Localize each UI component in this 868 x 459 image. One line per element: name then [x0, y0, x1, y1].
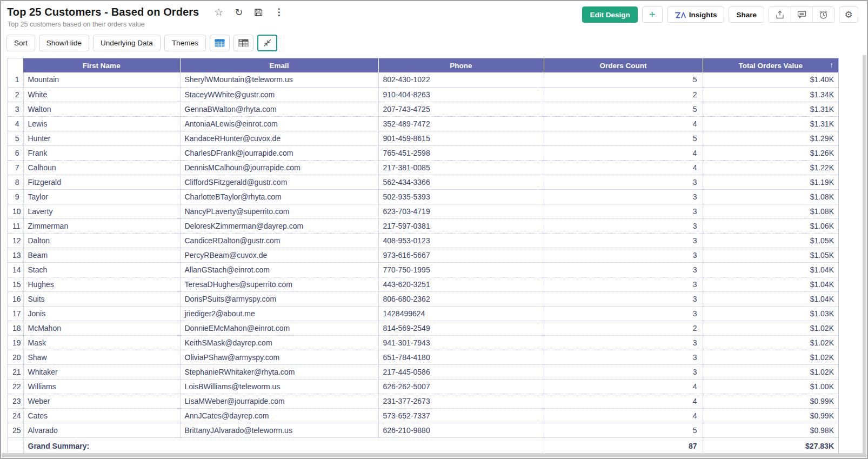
- sort-ascending-icon[interactable]: ↑: [830, 61, 833, 69]
- cell-first-name[interactable]: Fitzgerald: [23, 175, 180, 189]
- cell-orders-count[interactable]: 5: [544, 102, 703, 116]
- cell-first-name[interactable]: Weber: [23, 394, 180, 408]
- cell-email[interactable]: AntoniaALewis@einrot.com: [180, 116, 378, 131]
- cell-phone[interactable]: 443-620-3251: [378, 277, 544, 291]
- cell-orders-count[interactable]: 4: [544, 116, 703, 131]
- column-header-email[interactable]: Email: [180, 58, 378, 72]
- cell-first-name[interactable]: Hughes: [23, 277, 180, 291]
- cell-total-orders-value[interactable]: $1.05K: [703, 248, 838, 262]
- cell-first-name[interactable]: Lewis: [23, 116, 180, 131]
- cell-first-name[interactable]: Williams: [23, 379, 180, 394]
- cell-first-name[interactable]: Mask: [23, 335, 180, 350]
- cell-first-name[interactable]: Dalton: [23, 233, 180, 248]
- cell-email[interactable]: GennaBWalton@rhyta.com: [180, 102, 378, 116]
- cell-phone[interactable]: 1428499624: [378, 306, 544, 321]
- cell-total-orders-value[interactable]: $1.03K: [703, 306, 838, 321]
- cell-phone[interactable]: 626-262-5007: [378, 379, 544, 394]
- cell-total-orders-value[interactable]: $1.31K: [703, 116, 838, 131]
- cell-total-orders-value[interactable]: $1.04K: [703, 291, 838, 306]
- cell-first-name[interactable]: Shaw: [23, 350, 180, 364]
- cell-orders-count[interactable]: 3: [544, 277, 703, 291]
- cell-orders-count[interactable]: 3: [544, 175, 703, 189]
- cell-phone[interactable]: 217-445-0586: [378, 364, 544, 379]
- cell-first-name[interactable]: Cates: [23, 408, 180, 423]
- kebab-menu-icon[interactable]: ⋮: [274, 8, 283, 17]
- cell-first-name[interactable]: Laverty: [23, 204, 180, 218]
- cell-first-name[interactable]: Walton: [23, 102, 180, 116]
- cell-email[interactable]: CliffordSFitzgerald@gustr.com: [180, 175, 378, 189]
- sort-button[interactable]: Sort: [6, 35, 35, 51]
- save-icon[interactable]: [254, 8, 263, 17]
- comment-icon[interactable]: [791, 7, 812, 22]
- column-header-phone[interactable]: Phone: [378, 58, 544, 72]
- cell-email[interactable]: SherylWMountain@teleworm.us: [180, 72, 378, 87]
- cell-phone[interactable]: 910-404-8263: [378, 87, 544, 102]
- cell-orders-count[interactable]: 4: [544, 394, 703, 408]
- cell-total-orders-value[interactable]: $0.98K: [703, 423, 838, 437]
- cell-phone[interactable]: 973-616-5667: [378, 248, 544, 262]
- edit-design-button[interactable]: Edit Design: [582, 6, 637, 23]
- cell-phone[interactable]: 352-489-7472: [378, 116, 544, 131]
- cell-email[interactable]: jriediger2@about.me: [180, 306, 378, 321]
- cell-email[interactable]: KandaceRHunter@cuvox.de: [180, 131, 378, 145]
- cell-phone[interactable]: 806-680-2362: [378, 291, 544, 306]
- cell-email[interactable]: TeresaDHughes@superrito.com: [180, 277, 378, 291]
- export-icon[interactable]: [769, 7, 791, 22]
- cell-total-orders-value[interactable]: $1.02K: [703, 350, 838, 364]
- underlying-data-button[interactable]: Underlying Data: [93, 35, 161, 51]
- cell-first-name[interactable]: Jonis: [23, 306, 180, 321]
- cell-first-name[interactable]: Hunter: [23, 131, 180, 145]
- cell-total-orders-value[interactable]: $1.00K: [703, 379, 838, 394]
- cell-total-orders-value[interactable]: $0.99K: [703, 394, 838, 408]
- cell-phone[interactable]: 814-569-2549: [378, 321, 544, 335]
- cell-total-orders-value[interactable]: $1.06K: [703, 218, 838, 233]
- cell-email[interactable]: PercyRBeam@cuvox.de: [180, 248, 378, 262]
- cell-orders-count[interactable]: 5: [544, 131, 703, 145]
- cell-email[interactable]: LisaMWeber@jourrapide.com: [180, 394, 378, 408]
- cell-first-name[interactable]: McMahon: [23, 321, 180, 335]
- add-button[interactable]: +: [642, 6, 663, 23]
- alarm-icon[interactable]: [812, 7, 834, 22]
- vertical-scrollbar[interactable]: [863, 55, 866, 453]
- horizontal-scrollbar[interactable]: [2, 453, 866, 457]
- cell-first-name[interactable]: Alvarado: [23, 423, 180, 437]
- refresh-icon[interactable]: ↻: [235, 8, 243, 17]
- show-hide-button[interactable]: Show/Hide: [39, 35, 89, 51]
- cell-orders-count[interactable]: 4: [544, 160, 703, 175]
- cell-email[interactable]: BrittanyJAlvarado@teleworm.us: [180, 423, 378, 437]
- cell-first-name[interactable]: Stach: [23, 262, 180, 277]
- summary-view-icon[interactable]: [233, 35, 253, 51]
- column-header-first-name[interactable]: First Name: [23, 58, 180, 72]
- cell-phone[interactable]: 231-377-2673: [378, 394, 544, 408]
- cell-total-orders-value[interactable]: $1.22K: [703, 160, 838, 175]
- cell-total-orders-value[interactable]: $1.02K: [703, 321, 838, 335]
- cell-phone[interactable]: 651-784-4180: [378, 350, 544, 364]
- cell-email[interactable]: NancyPLaverty@superrito.com: [180, 204, 378, 218]
- cell-phone[interactable]: 802-430-1022: [378, 72, 544, 87]
- themes-button[interactable]: Themes: [164, 35, 206, 51]
- table-view-icon[interactable]: [210, 35, 230, 51]
- cell-phone[interactable]: 217-381-0085: [378, 160, 544, 175]
- cell-first-name[interactable]: White: [23, 87, 180, 102]
- cell-first-name[interactable]: Taylor: [23, 189, 180, 204]
- cell-phone[interactable]: 573-652-7337: [378, 408, 544, 423]
- cell-email[interactable]: CharlesDFrank@jourrapide.com: [180, 145, 378, 160]
- cell-total-orders-value[interactable]: $1.26K: [703, 145, 838, 160]
- cell-phone[interactable]: 408-953-0123: [378, 233, 544, 248]
- cell-phone[interactable]: 562-434-3366: [378, 175, 544, 189]
- zia-insights-button[interactable]: Insights: [667, 6, 725, 23]
- cell-email[interactable]: AnnJCates@dayrep.com: [180, 408, 378, 423]
- cell-email[interactable]: DeloresKZimmerman@dayrep.com: [180, 218, 378, 233]
- cell-phone[interactable]: 207-743-4725: [378, 102, 544, 116]
- column-header-total-orders-value[interactable]: Total Orders Value ↑: [703, 58, 838, 72]
- cell-phone[interactable]: 770-750-1995: [378, 262, 544, 277]
- cell-total-orders-value[interactable]: $1.40K: [703, 72, 838, 87]
- cell-phone[interactable]: 502-935-5393: [378, 189, 544, 204]
- cell-email[interactable]: CandiceRDalton@gustr.com: [180, 233, 378, 248]
- cell-orders-count[interactable]: 3: [544, 248, 703, 262]
- cell-email[interactable]: DonnieEMcMahon@einrot.com: [180, 321, 378, 335]
- cell-orders-count[interactable]: 3: [544, 291, 703, 306]
- cell-email[interactable]: StaceyWWhite@gustr.com: [180, 87, 378, 102]
- cell-total-orders-value[interactable]: $1.19K: [703, 175, 838, 189]
- cell-orders-count[interactable]: 3: [544, 335, 703, 350]
